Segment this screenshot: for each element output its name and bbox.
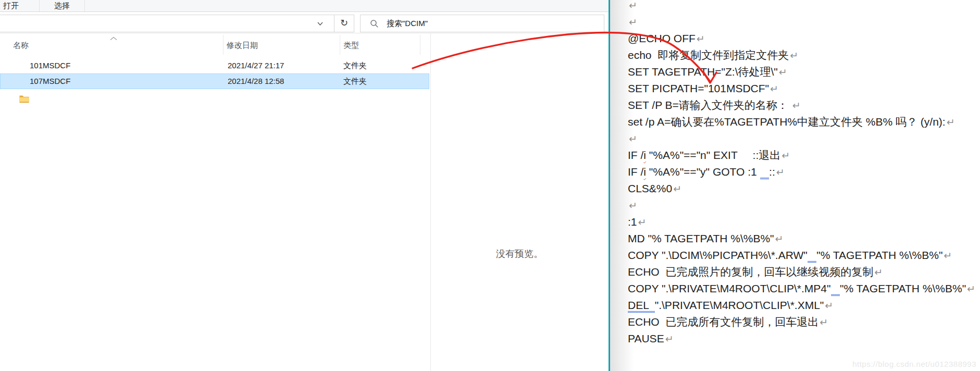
doc-text: ECHO 已完成所有文件复制，回车退出 [628,316,818,328]
doc-line: DEL ".\PRIVATE\M4ROOT\CLIP\*.XML"↵ [628,297,980,314]
column-header-type[interactable]: 类型 [343,41,359,51]
word-document-text[interactable]: ↵↵@ECHO OFF↵echo 即将复制文件到指定文件夹↵SET TAGETP… [628,0,980,347]
paragraph-mark: ↵ [673,183,681,194]
file-row-107MSDCF[interactable]: 107MSDCF2021/4/28 12:58文件夹 [0,73,429,89]
doc-text: "%A%"=="y" GOTO :1 [646,166,760,178]
doc-line: CLS&%0↵ [628,180,980,197]
paragraph-mark: ↵ [638,217,647,228]
paragraph-mark: ↵ [820,317,828,328]
doc-text: SET PICPATH="101MSDCF" [628,82,769,94]
paragraph-mark: ↵ [770,83,778,94]
doc-text: COPY ".\DCIM\%PICPATH%\*.ARW" [628,249,808,261]
paragraph-mark: ↵ [825,300,833,311]
doc-line: ECHO 已完成照片的复制，回车以继续视频的复制↵ [628,264,980,280]
chevron-down-icon[interactable] [317,17,324,32]
doc-text: MD "% TAGETPATH %\%B%" [628,232,774,244]
paragraph-mark: ↵ [629,17,637,28]
doc-text: SET /P B=请输入文件夹的名称： [628,99,791,111]
doc-text: PAUSE [628,332,664,344]
doc-line: @ECHO OFF↵ [628,30,980,47]
preview-pane-message: 没有预览。 [430,248,609,260]
doc-text: "%A%"=="n" EXIT [646,149,737,161]
ribbon-tab-open[interactable]: 打开 [0,0,40,11]
paragraph-mark: ↵ [790,50,798,61]
search-box[interactable]: 搜索"DCIM" [360,15,604,32]
refresh-icon: ↻ [340,18,348,28]
column-divider [340,35,340,55]
file-type: 文件夹 [343,58,367,73]
grammar-underline [760,166,770,179]
doc-line: echo 即将复制文件到指定文件夹↵ [628,47,980,64]
watermark: https://blog.csdn.net/u012388993 [852,360,976,368]
paragraph-mark: ↵ [874,267,883,278]
file-name: 101MSDCF [30,58,70,73]
doc-line: ↵ [628,197,980,214]
doc-text: IF / [628,149,643,161]
doc-line: SET TAGETPATH="Z:\待处理\"↵ [628,64,980,80]
doc-line: set /p A=确认要在%TAGETPATH%中建立文件夹 %B% 吗？ (y… [628,114,980,130]
column-header-name[interactable]: 名称 [13,41,29,51]
doc-line: COPY ".\DCIM\%PICPATH%\*.ARW" "% TAGETPA… [628,247,980,264]
column-divider [420,35,420,55]
ribbon-tab-select[interactable]: 选择 [40,0,85,11]
doc-line: IF /i "%A%"=="y" GOTO :1 ::↵ [628,164,980,180]
paragraph-mark: ↵ [697,33,705,44]
paragraph-mark: ↵ [629,200,637,211]
doc-text: @ECHO OFF [628,32,696,44]
doc-line: :1↵ [628,214,980,230]
doc-text: :1 [628,216,637,228]
doc-line: IF /i "%A%"=="n" EXIT ::退出↵ [628,147,980,164]
file-row-101MSDCF[interactable]: 101MSDCF2021/4/27 21:17文件夹 [0,58,429,73]
doc-text: "% TAGETPATH %\%B%" [840,282,966,294]
search-icon [370,19,379,28]
file-date-modified: 2021/4/28 12:58 [228,73,284,89]
grammar-underline [808,249,817,263]
column-header-date-modified[interactable]: 修改日期 [227,41,258,51]
doc-text: ECHO 已完成照片的复制，回车以继续视频的复制 [628,266,873,278]
paragraph-mark: ↵ [792,100,801,111]
file-name: 107MSDCF [30,73,70,89]
grammar-underline: DEL [628,299,655,313]
ribbon-tab-open-label: 打开 [3,1,19,10]
doc-text: IF / [628,166,643,178]
paragraph-mark: ↵ [776,167,785,178]
paragraph-mark: ↵ [775,233,784,244]
paragraph-mark: ↵ [779,67,787,78]
paragraph-mark: ↵ [947,117,955,128]
ribbon-tab-select-label: 选择 [54,1,70,10]
doc-text: echo 即将复制文件到指定文件夹 [628,49,789,61]
search-query: 搜索"DCIM" [387,19,428,29]
paragraph-mark: ↵ [629,0,637,11]
folder-icon [15,77,29,108]
doc-text [737,149,752,161]
doc-line: COPY ".\PRIVATE\M4ROOT\CLIP\*.MP4" "% TA… [628,280,980,297]
doc-line: ↵ [628,0,980,14]
doc-text: CLS&%0 [628,182,672,194]
doc-line: SET /P B=请输入文件夹的名称： ↵ [628,97,980,114]
doc-line: ↵ [628,130,980,147]
address-bar[interactable]: ↻ [0,15,354,32]
paragraph-mark: ↵ [665,333,674,344]
file-type: 文件夹 [343,73,367,89]
doc-text: SET TAGETPATH="Z:\待处理\" [628,66,778,78]
doc-text: "% TAGETPATH %\%B%" [816,249,942,261]
paragraph-mark: ↵ [967,283,975,294]
ribbon-tab-strip: 打开 选择 [0,0,609,12]
preview-pane-divider[interactable] [430,33,431,371]
doc-line: PAUSE↵ [628,330,980,347]
column-divider [223,35,224,55]
doc-text: set /p A=确认要在%TAGETPATH%中建立文件夹 %B% 吗？ (y… [628,116,946,128]
doc-text: :: [769,166,775,178]
doc-text: ".\PRIVATE\M4ROOT\CLIP\*.XML" [655,299,824,311]
refresh-button[interactable]: ↻ [334,15,354,32]
paragraph-mark: ↵ [629,133,637,144]
file-explorer-window: 打开 选择 ↻ 搜索"DCIM" 名称 修改日期 类型 101MSDCF2021… [0,0,609,371]
toolbar-separator [0,33,609,33]
file-date-modified: 2021/4/27 21:17 [228,58,284,73]
grammar-underline [831,282,840,296]
doc-line: SET PICPATH="101MSDCF"↵ [628,80,980,97]
doc-line: ECHO 已完成所有文件复制，回车退出↵ [628,314,980,330]
doc-line: MD "% TAGETPATH %\%B%"↵ [628,230,980,247]
doc-line: ↵ [628,14,980,30]
doc-text: COPY ".\PRIVATE\M4ROOT\CLIP\*.MP4" [628,282,831,294]
